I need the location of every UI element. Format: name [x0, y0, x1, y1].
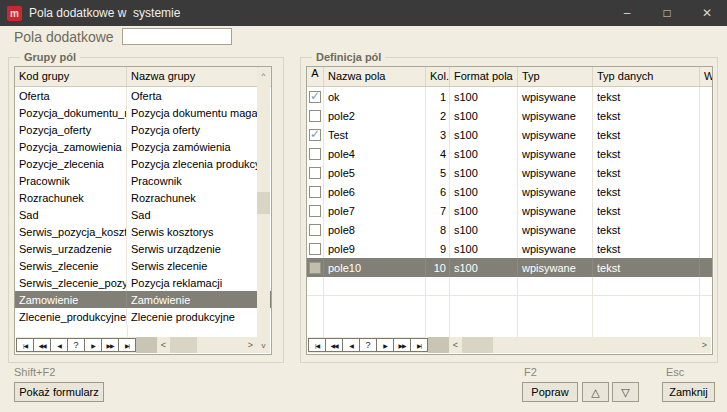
group-row[interactable]: Zlecenie_produkcyjneZlecenie produkcyjne — [15, 308, 271, 325]
group-kod-cell: Zamowienie — [15, 291, 127, 308]
next-record-icon[interactable]: ▶ — [376, 338, 394, 352]
scroll-up-icon[interactable]: ^ — [257, 68, 270, 83]
scroll-left-icon[interactable]: < — [157, 340, 170, 350]
group-row[interactable]: Serwis_zlecenie_pozycjaPozycja reklamacj… — [15, 274, 271, 291]
fast-forward-icon[interactable]: ▶▶ — [393, 338, 411, 352]
field-typ-cell: wpisywane — [518, 144, 593, 163]
field-kol-cell: 8 — [426, 220, 450, 239]
scroll-right-icon[interactable]: > — [698, 340, 711, 350]
fields-table: A Nazwa pola Kol. Format pola Typ Typ da… — [306, 66, 713, 355]
group-row[interactable]: Pozycja_ofertyPozycja oferty — [15, 121, 271, 138]
prev-record-icon[interactable]: ◀ — [50, 338, 68, 352]
group-nazwa-cell: Zamówienie — [127, 291, 258, 308]
last-record-icon[interactable]: ▶| — [118, 338, 136, 352]
search-record-icon[interactable]: ? — [67, 338, 85, 352]
groups-table: Kod grupy Nazwa grupy OfertaOfertaPozycj… — [14, 66, 272, 355]
checkbox-checked-icon[interactable] — [309, 91, 321, 103]
field-row[interactable]: pole88s100wpisywanetekst — [307, 220, 712, 239]
edit-button[interactable]: Popraw — [522, 382, 578, 402]
fast-forward-icon[interactable]: ▶▶ — [101, 338, 119, 352]
group-row[interactable]: Pozycje_zleceniaPozycja zlecenia produkc… — [15, 155, 271, 172]
shortcut-hint-shift-f2: Shift+F2 — [14, 366, 55, 378]
checkbox-icon[interactable] — [309, 167, 321, 179]
scroll-down-icon[interactable]: v — [257, 338, 270, 353]
checkbox-checked-icon[interactable] — [309, 129, 321, 141]
group-row[interactable]: Pozycja_zamowieniaPozycja zamówienia — [15, 138, 271, 155]
field-typ-cell: wpisywane — [518, 125, 593, 144]
checkbox-icon[interactable] — [309, 186, 321, 198]
column-header-typ-danych[interactable]: Typ danych — [593, 67, 700, 86]
column-header-w[interactable]: W — [700, 67, 712, 86]
first-record-icon[interactable]: |◀ — [16, 338, 34, 352]
field-row[interactable]: Test3s100wpisywanetekst — [307, 125, 712, 144]
fields-table-header: A Nazwa pola Kol. Format pola Typ Typ da… — [307, 67, 712, 87]
move-down-button[interactable]: ▽ — [612, 382, 639, 402]
titlebar: m Pola dodatkowe w systemie – □ ✕ — [0, 0, 727, 26]
first-record-icon[interactable]: |◀ — [308, 338, 326, 352]
group-row[interactable]: OfertaOferta — [15, 87, 271, 104]
close-icon[interactable]: ✕ — [687, 0, 727, 26]
prev-record-icon[interactable]: ◀ — [342, 338, 360, 352]
last-record-icon[interactable]: ▶| — [410, 338, 428, 352]
column-header-typ[interactable]: Typ — [518, 67, 593, 86]
triangle-up-icon: △ — [591, 386, 599, 399]
field-row[interactable]: pole66s100wpisywanetekst — [307, 182, 712, 201]
group-row[interactable]: PracownikPracownik — [15, 172, 271, 189]
groups-vscrollbar[interactable]: ^ v — [257, 68, 270, 353]
minimize-icon[interactable]: – — [607, 0, 647, 26]
field-checkbox-cell — [307, 258, 324, 277]
field-checkbox-cell — [307, 163, 324, 182]
field-nazwa-cell: pole5 — [324, 163, 426, 182]
field-row[interactable]: pole77s100wpisywanetekst — [307, 201, 712, 220]
show-form-button[interactable]: Pokaż formularz — [14, 382, 104, 402]
field-typ-cell: wpisywane — [518, 220, 593, 239]
vscrollbar-thumb[interactable] — [257, 192, 270, 214]
group-row[interactable]: Serwis_urzadzenieSerwis urządzenie — [15, 240, 271, 257]
column-header-nazwa-pola[interactable]: Nazwa pola — [324, 67, 426, 86]
move-up-button[interactable]: △ — [582, 382, 609, 402]
field-row[interactable]: pole44s100wpisywanetekst — [307, 144, 712, 163]
field-typ-danych-cell: tekst — [593, 239, 700, 258]
fast-back-icon[interactable]: ◀◀ — [33, 338, 51, 352]
group-row[interactable]: ZamowienieZamówienie — [15, 291, 271, 308]
checkbox-icon[interactable] — [309, 110, 321, 122]
field-w-cell — [700, 144, 712, 163]
field-kol-cell: 2 — [426, 106, 450, 125]
group-row[interactable]: Serwis_zlecenieSerwis zlecenie — [15, 257, 271, 274]
checkbox-icon[interactable] — [309, 224, 321, 236]
scroll-right-icon[interactable]: > — [244, 340, 257, 350]
column-header-nazwa-grupy[interactable]: Nazwa grupy — [127, 67, 258, 86]
filter-input[interactable] — [122, 28, 232, 45]
field-row[interactable]: pole55s100wpisywanetekst — [307, 163, 712, 182]
field-row[interactable]: pole1010s100wpisywanetekst — [307, 258, 712, 277]
maximize-icon[interactable]: □ — [647, 0, 687, 26]
field-row[interactable]: pole22s100wpisywanetekst — [307, 106, 712, 125]
group-row[interactable]: Pozycja_dokumentu_magazynowegoPozycja do… — [15, 104, 271, 121]
column-header-kol[interactable]: Kol. — [426, 67, 450, 86]
group-row[interactable]: SadSad — [15, 206, 271, 223]
field-typ-danych-cell: tekst — [593, 182, 700, 201]
field-format-cell: s100 — [450, 125, 518, 144]
field-row[interactable]: ok1s100wpisywanetekst — [307, 87, 712, 106]
field-row[interactable]: pole99s100wpisywanetekst — [307, 239, 712, 258]
checkbox-icon[interactable] — [309, 243, 321, 255]
column-header-format-pola[interactable]: Format pola — [450, 67, 518, 86]
checkbox-icon[interactable] — [309, 148, 321, 160]
hscrollbar-thumb[interactable] — [462, 337, 493, 353]
scroll-left-icon[interactable]: < — [449, 340, 462, 350]
group-row[interactable]: Serwis_pozycja_kosztorysuSerwis kosztory… — [15, 223, 271, 240]
next-record-icon[interactable]: ▶ — [84, 338, 102, 352]
field-w-cell — [700, 125, 712, 144]
fast-back-icon[interactable]: ◀◀ — [325, 338, 343, 352]
checkbox-icon[interactable] — [309, 262, 321, 274]
close-button[interactable]: Zamknij — [662, 382, 715, 402]
group-row[interactable]: RozrachunekRozrachunek — [15, 189, 271, 206]
column-header-a[interactable]: A — [307, 67, 324, 86]
page-title: Pola dodatkowe — [14, 29, 114, 45]
column-header-kod-grupy[interactable]: Kod grupy — [15, 67, 127, 86]
checkbox-icon[interactable] — [309, 205, 321, 217]
shortcut-hint-esc: Esc — [666, 366, 684, 378]
hscrollbar-thumb[interactable] — [170, 337, 197, 353]
search-record-icon[interactable]: ? — [359, 338, 377, 352]
app-icon: m — [7, 6, 22, 21]
